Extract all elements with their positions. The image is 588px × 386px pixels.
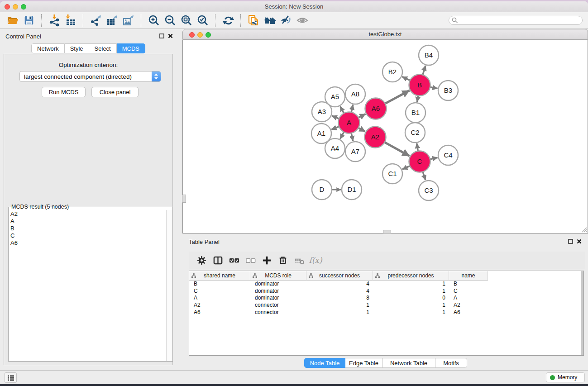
tab-style[interactable]: Style bbox=[65, 43, 89, 53]
table-row[interactable]: A6connector11A6 bbox=[189, 309, 583, 316]
graph-node-D[interactable]: D bbox=[312, 180, 332, 200]
table-cell[interactable]: C bbox=[189, 288, 250, 295]
table-cell[interactable]: connector bbox=[250, 309, 306, 316]
table-cell[interactable]: dominator bbox=[250, 281, 306, 288]
tab-node-table[interactable]: Node Table bbox=[304, 358, 345, 368]
graph-node-A4[interactable]: A4 bbox=[325, 138, 345, 158]
network-canvas[interactable]: B4B2BB3A5A8A6B1A3AC2A1A2A4A7C4CC1C3DD1 bbox=[182, 40, 588, 234]
table-row[interactable]: Adominator80A bbox=[189, 295, 583, 302]
table-cell[interactable]: dominator bbox=[250, 295, 306, 302]
column-header[interactable]: name bbox=[449, 271, 488, 281]
zoom-out-button[interactable] bbox=[163, 14, 177, 27]
graph-node-B[interactable]: B bbox=[409, 75, 430, 96]
table-cell[interactable]: A bbox=[449, 295, 488, 302]
bottom-splitter-handle[interactable] bbox=[383, 230, 391, 234]
refresh-button[interactable] bbox=[221, 14, 235, 27]
graph-edge-A6-B[interactable] bbox=[384, 91, 410, 104]
minimize-window-button[interactable] bbox=[13, 4, 18, 10]
run-mcds-button[interactable]: Run MCDS bbox=[42, 87, 86, 97]
table-cell[interactable]: connector bbox=[250, 302, 306, 309]
zoom-selected-button[interactable] bbox=[196, 14, 210, 27]
tab-select[interactable]: Select bbox=[89, 43, 117, 53]
graph-node-A3[interactable]: A3 bbox=[312, 102, 332, 122]
graph-node-C[interactable]: C bbox=[409, 151, 430, 172]
graph-node-A6[interactable]: A6 bbox=[365, 98, 387, 119]
open-session-button[interactable] bbox=[6, 14, 19, 27]
table-cell[interactable]: 1 bbox=[373, 281, 449, 288]
search-field[interactable] bbox=[449, 16, 583, 25]
export-network-button[interactable] bbox=[89, 14, 103, 27]
network-close-button[interactable] bbox=[189, 32, 195, 38]
graph-node-B4[interactable]: B4 bbox=[419, 45, 439, 65]
column-header[interactable]: predecessor nodes bbox=[373, 271, 449, 281]
close-panel-icon[interactable] bbox=[577, 239, 582, 244]
graph-edge-A2-C[interactable] bbox=[384, 142, 410, 156]
memory-button[interactable]: Memory bbox=[546, 372, 585, 382]
zoom-fit-button[interactable] bbox=[180, 14, 193, 27]
graph-node-B2[interactable]: B2 bbox=[382, 62, 402, 82]
left-splitter-handle[interactable] bbox=[182, 195, 186, 203]
graph-node-C4[interactable]: C4 bbox=[438, 145, 458, 165]
table-cell[interactable]: dominator bbox=[250, 288, 306, 295]
mcds-result-item[interactable]: A bbox=[10, 218, 166, 225]
close-panel-button[interactable]: Close panel bbox=[91, 87, 139, 97]
mcds-result-item[interactable]: A2 bbox=[10, 210, 166, 218]
table-scrollbar[interactable] bbox=[581, 271, 583, 355]
delete-columns-button[interactable] bbox=[276, 254, 290, 267]
search-input[interactable] bbox=[449, 16, 583, 25]
table-cell[interactable]: 4 bbox=[306, 288, 373, 295]
network-window-titlebar[interactable]: testGlobe.txt bbox=[182, 29, 588, 40]
resize-grip-icon[interactable] bbox=[581, 226, 587, 233]
table-cell[interactable]: 1 bbox=[306, 302, 373, 309]
table-settings-button[interactable] bbox=[195, 254, 208, 267]
tab-motifs[interactable]: Motifs bbox=[435, 358, 467, 368]
table-cell[interactable]: B bbox=[449, 281, 488, 288]
table-cell[interactable]: B bbox=[189, 281, 250, 288]
graph-node-C1[interactable]: C1 bbox=[382, 164, 402, 184]
graph-node-A8[interactable]: A8 bbox=[345, 84, 365, 104]
float-panel-icon[interactable] bbox=[568, 239, 573, 244]
graph-node-D1[interactable]: D1 bbox=[342, 180, 362, 200]
network-graph[interactable]: B4B2BB3A5A8A6B1A3AC2A1A2A4A7C4CC1C3DD1 bbox=[183, 40, 588, 233]
graph-node-B1[interactable]: B1 bbox=[406, 103, 425, 123]
show-graphics-details-button[interactable] bbox=[296, 14, 309, 27]
column-header[interactable]: MCDS role bbox=[250, 271, 306, 281]
table-cell[interactable]: 0 bbox=[373, 295, 449, 302]
import-network-button[interactable] bbox=[48, 14, 61, 27]
table-row[interactable]: Bdominator41B bbox=[189, 281, 583, 288]
table-cell[interactable]: A6 bbox=[449, 309, 488, 316]
graph-node-C2[interactable]: C2 bbox=[405, 123, 425, 143]
table-cell[interactable]: 1 bbox=[373, 309, 449, 316]
zoom-in-button[interactable] bbox=[147, 14, 161, 27]
table-cell[interactable]: C bbox=[449, 288, 488, 295]
titlebar[interactable]: Session: New Session bbox=[0, 1, 588, 12]
export-table-button[interactable] bbox=[105, 14, 119, 27]
table-cell[interactable]: A bbox=[189, 295, 250, 302]
table-cell[interactable]: A6 bbox=[189, 309, 250, 316]
optimization-criterion-select[interactable]: largest connected component (directed) bbox=[19, 71, 161, 82]
graph-node-B3[interactable]: B3 bbox=[438, 81, 458, 100]
table-cell[interactable]: 8 bbox=[306, 295, 373, 302]
graph-node-C3[interactable]: C3 bbox=[419, 181, 439, 200]
create-column-button[interactable] bbox=[260, 254, 273, 267]
tab-edge-table[interactable]: Edge Table bbox=[345, 358, 382, 368]
table-row[interactable]: Cdominator41C bbox=[189, 288, 583, 295]
mcds-result-item[interactable]: A6 bbox=[10, 239, 166, 247]
select-all-button[interactable] bbox=[227, 254, 241, 267]
import-table-button[interactable] bbox=[64, 14, 77, 27]
hide-graphics-details-button[interactable] bbox=[279, 14, 293, 27]
table-cell[interactable]: A2 bbox=[449, 302, 488, 309]
home-button[interactable] bbox=[263, 14, 277, 27]
close-window-button[interactable] bbox=[5, 4, 10, 10]
tab-network[interactable]: Network bbox=[31, 43, 65, 53]
mcds-result-item[interactable]: B bbox=[10, 225, 166, 232]
save-session-button[interactable] bbox=[22, 14, 36, 27]
network-minimize-button[interactable] bbox=[197, 32, 203, 38]
column-view-button[interactable] bbox=[211, 254, 225, 267]
table-cell[interactable]: 1 bbox=[306, 309, 373, 316]
graph-edge-B-B4[interactable] bbox=[422, 66, 425, 76]
column-header[interactable]: shared name bbox=[189, 271, 250, 281]
graph-node-A7[interactable]: A7 bbox=[345, 142, 365, 162]
network-zoom-button[interactable] bbox=[206, 32, 211, 38]
column-header[interactable]: successor nodes bbox=[306, 271, 373, 281]
